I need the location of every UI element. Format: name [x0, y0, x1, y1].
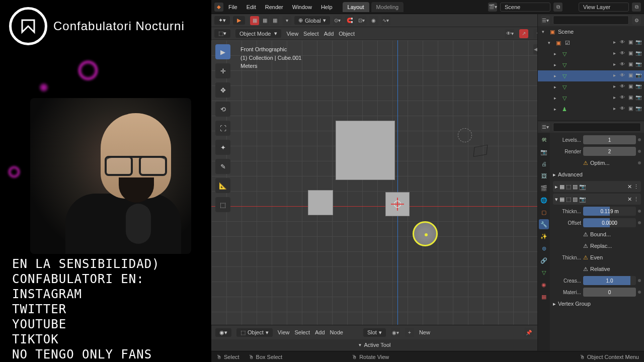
node-menu-add[interactable]: Add	[315, 329, 325, 335]
outliner-row-item-selected[interactable]: ▸▽▸👁▣📷	[538, 70, 644, 81]
tool-cursor[interactable]: ✛	[215, 63, 230, 78]
prop-section-advanced[interactable]: ▸Advanced	[553, 169, 641, 179]
scene-browse-icon[interactable]: 🎬▾	[488, 3, 497, 12]
viewport-menu-select[interactable]: Select	[303, 31, 319, 37]
scene-new-icon[interactable]: ⧉	[553, 3, 562, 12]
visibility-dropdown-icon[interactable]: 👁▾	[505, 29, 514, 38]
outliner-row-item[interactable]: ▸♟▸👁▣📷	[538, 104, 644, 115]
prop-field-thickness[interactable]: 0.119 m	[583, 207, 636, 216]
snap-edge-icon[interactable]: ▦	[260, 16, 269, 25]
pivot-dropdown-icon[interactable]: ⊙▾	[333, 16, 342, 25]
properties-search-input[interactable]	[553, 123, 641, 132]
prop-tab-texture[interactable]: ▦	[539, 292, 549, 302]
scene-name-field[interactable]: Scene	[500, 3, 550, 12]
workspace-tab-layout[interactable]: Layout	[343, 2, 369, 12]
viewport-menu-view[interactable]: View	[286, 31, 298, 37]
prop-field-crease[interactable]: 1.0	[583, 276, 636, 285]
material-browse-icon[interactable]: ◉▾	[391, 328, 400, 337]
proportional-edit-icon[interactable]: ◉	[369, 16, 378, 25]
snap-target-dropdown-icon[interactable]: ⊡▾	[357, 16, 366, 25]
panel-collapse-handle[interactable]: ◀	[533, 44, 537, 54]
tool-preset-dropdown[interactable]: ✦▾	[214, 16, 230, 25]
orientation-dropdown[interactable]: ⊕ Global ▾	[294, 16, 330, 25]
tool-move[interactable]: ✥	[215, 82, 230, 98]
viewlayer-name-field[interactable]: View Layer	[579, 3, 629, 12]
workspace-tab-modeling[interactable]: Modeling	[371, 2, 404, 12]
prop-field-material[interactable]: 0	[583, 288, 636, 297]
node-menu-view[interactable]: View	[278, 329, 290, 335]
menu-render[interactable]: Render	[261, 2, 287, 12]
prop-even[interactable]: Even	[590, 254, 603, 260]
outliner-row-item[interactable]: ▸▽▸👁▣📷	[538, 59, 644, 70]
prop-anim-dot[interactable]	[638, 210, 641, 213]
viewport-menu-object[interactable]: Object	[339, 31, 355, 37]
prop-tab-particles[interactable]: ✨	[539, 231, 549, 241]
proportional-falloff-icon[interactable]: ∿▾	[381, 16, 390, 25]
material-new-label[interactable]: New	[419, 329, 430, 335]
node-shader-type-dropdown[interactable]: ⬚ Object ▾	[236, 328, 273, 337]
menu-file[interactable]: File	[224, 2, 242, 12]
outliner-filter-icon[interactable]: ⚙	[632, 16, 641, 25]
mesh-cube-small-1[interactable]	[308, 190, 333, 215]
modifier-header-1[interactable]: ▸▦⬚▥📷✕⋮	[553, 181, 641, 192]
prop-tab-output[interactable]: 🖨	[539, 159, 549, 169]
prop-tab-constraints[interactable]: 🔗	[539, 255, 549, 265]
node-menu-node[interactable]: Node	[330, 329, 343, 335]
prop-tab-object[interactable]: ▢	[539, 207, 549, 217]
prop-tab-modifiers[interactable]: 🔧	[539, 219, 549, 229]
menu-window[interactable]: Window	[288, 2, 316, 12]
modifier-header-2[interactable]: ▾▦⬚▥📷✕⋮	[553, 194, 641, 205]
tool-rotate[interactable]: ⟲	[215, 102, 230, 117]
empty-object-icon[interactable]	[458, 128, 472, 142]
prop-field-levels[interactable]: 1	[583, 135, 636, 144]
node-editor-type-dropdown[interactable]: ◉▾	[215, 328, 231, 337]
viewport-3d[interactable]: ▶ ✛ ✥ ⟲ ⛶ ✦ ✎ 📐 ⬚ Front Orthographic (1)…	[211, 40, 537, 325]
modifier-delete-icon[interactable]: ✕	[627, 184, 632, 190]
tool-scale[interactable]: ⛶	[215, 121, 230, 136]
mesh-sphere-active[interactable]	[413, 221, 438, 246]
editor-type-dropdown[interactable]: ⬚▾	[214, 29, 230, 38]
prop-tab-material[interactable]: ◉	[539, 280, 549, 290]
modifier-delete-icon[interactable]: ✕	[627, 196, 632, 203]
prop-anim-dot[interactable]	[638, 291, 641, 294]
pin-icon[interactable]: 📌	[524, 328, 533, 337]
material-new-button[interactable]: +	[405, 328, 414, 337]
prop-section-vgroup[interactable]: ▸Vertex Group	[553, 299, 641, 309]
viewport-menu-add[interactable]: Add	[324, 31, 334, 37]
prop-field-render[interactable]: 2	[583, 147, 636, 156]
prop-tab-render[interactable]: 📷	[539, 147, 549, 157]
prop-anim-dot[interactable]	[638, 150, 641, 153]
blender-logo-icon[interactable]: ◆	[214, 3, 223, 12]
snap-face-icon[interactable]: ▦	[270, 16, 279, 25]
prop-tab-physics[interactable]: ⊚	[539, 243, 549, 253]
prop-anim-dot[interactable]	[638, 161, 641, 164]
mode-dropdown[interactable]: Object Mode ▾	[235, 29, 281, 38]
snap-toggle-icon[interactable]: 🧲	[345, 16, 354, 25]
tool-add-primitive[interactable]: ⬚	[215, 197, 230, 212]
menu-help[interactable]: Help	[317, 2, 337, 12]
properties-display-dropdown[interactable]: ☰▾	[541, 123, 550, 132]
outliner-tree[interactable]: ▾▣Scene ▾▣☑▸👁▣📷 ▸▽▸👁▣📷 ▸▽▸👁▣📷 ▸▽▸👁▣📷 ▸▽▸…	[538, 26, 644, 121]
tool-measure[interactable]: 📐	[215, 178, 230, 193]
mesh-cube-large[interactable]	[336, 121, 395, 180]
mesh-cube-small-2[interactable]	[385, 192, 410, 216]
active-tool-panel-header[interactable]: ▼Active Tool	[211, 339, 537, 350]
viewlayer-new-icon[interactable]: ⧉	[632, 3, 641, 12]
prop-replace[interactable]: Replac...	[590, 243, 612, 249]
outliner-row-item[interactable]: ▸▽▸👁▣📷	[538, 93, 644, 104]
prop-tab-world[interactable]: 🌐	[539, 195, 549, 205]
prop-tab-data[interactable]: ▽	[539, 267, 549, 278]
tool-select-box[interactable]: ▶	[215, 44, 230, 59]
prop-boundary[interactable]: Bound...	[590, 231, 611, 237]
prop-field-offset[interactable]: 0.0000	[583, 218, 636, 227]
prop-relative[interactable]: Relative	[590, 266, 610, 272]
prop-tab-tool[interactable]: 🛠	[539, 135, 549, 145]
cursor-tool-icon[interactable]: ▶	[233, 16, 245, 25]
prop-anim-dot[interactable]	[638, 279, 641, 282]
menu-edit[interactable]: Edit	[243, 2, 260, 12]
outliner-row-collection[interactable]: ▾▣☑▸👁▣📷	[538, 37, 644, 48]
outliner-row-scene[interactable]: ▾▣Scene	[538, 26, 644, 37]
node-menu-select[interactable]: Select	[294, 329, 310, 335]
outliner-display-dropdown[interactable]: ☰▾	[541, 16, 550, 25]
prop-optimal-display[interactable]: Optim...	[590, 160, 610, 166]
